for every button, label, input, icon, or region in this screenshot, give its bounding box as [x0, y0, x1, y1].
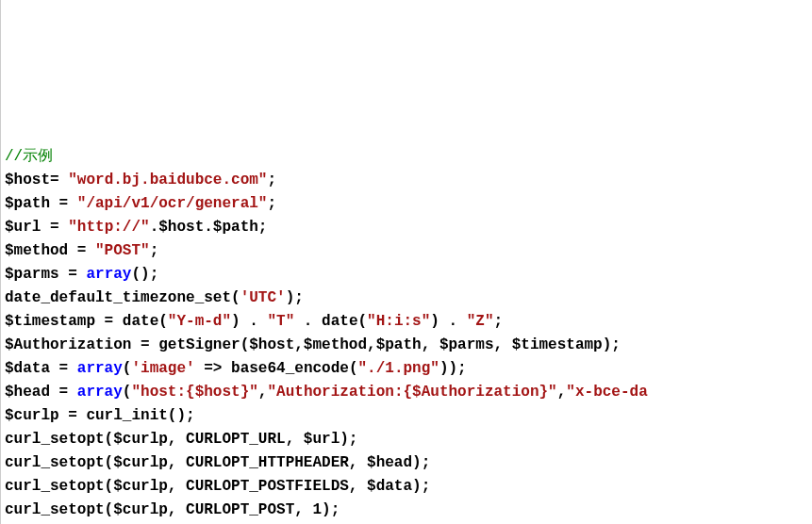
- code-token-default: (: [123, 384, 132, 401]
- code-token-default: ();: [131, 266, 158, 283]
- code-token-default: $parms =: [5, 266, 86, 283]
- code-line: $data = array('image' => base64_encode("…: [5, 357, 808, 381]
- code-token-string: 'image': [131, 360, 194, 377]
- code-token-keyword: array: [77, 360, 123, 377]
- code-token-string: "T": [267, 313, 294, 330]
- code-token-default: curl_setopt($curlp, CURLOPT_URL, $url);: [5, 431, 357, 448]
- code-token-default: ));: [439, 360, 467, 377]
- code-token-string: "http://": [68, 219, 149, 236]
- code-line: $parms = array();: [5, 263, 808, 287]
- code-token-string: 'UTC': [240, 289, 286, 306]
- code-token-default: => base64_encode(: [195, 360, 358, 377]
- code-line: $Authorization = getSigner($host,$method…: [5, 334, 808, 357]
- code-token-default: (: [123, 360, 132, 377]
- code-line: $curlp = curl_init();: [5, 404, 808, 428]
- code-token-default: $timestamp = date(: [5, 313, 168, 330]
- code-lines: //示例$host= "word.bj.baidubce.com";$path …: [5, 145, 808, 524]
- code-token-default: $url =: [5, 219, 68, 236]
- code-token-string: "host:{$host}": [131, 384, 257, 401]
- code-token-default: ,: [557, 384, 567, 401]
- code-token-default: ;: [267, 195, 276, 212]
- code-token-default: curl_setopt($curlp, CURLOPT_HTTPHEADER, …: [5, 454, 430, 471]
- code-token-string: "/api/v1/ocr/general": [77, 195, 268, 212]
- code-line: $timestamp = date("Y-m-d") . "T" . date(…: [5, 310, 808, 334]
- code-line: $url = "http://".$host.$path;: [5, 216, 808, 239]
- code-line: $path = "/api/v1/ocr/general";: [5, 192, 808, 216]
- code-token-default: ;: [150, 242, 159, 259]
- code-token-string: "x-bce-da: [566, 384, 647, 401]
- code-line: //示例: [5, 145, 808, 169]
- code-token-default: ;: [494, 313, 504, 330]
- code-line: date_default_timezone_set('UTC');: [5, 287, 808, 310]
- code-token-comment: //示例: [5, 148, 53, 165]
- code-token-string: "POST": [95, 242, 150, 259]
- code-token-string: "Y-m-d": [168, 313, 231, 330]
- code-token-string: "Authorization:{$Authorization}": [267, 384, 556, 401]
- code-token-string: "word.bj.baidubce.com": [68, 172, 267, 188]
- code-token-string: "Z": [467, 313, 494, 330]
- code-token-default: curl_setopt($curlp, CURLOPT_POSTFIELDS, …: [5, 478, 430, 495]
- code-line: $host= "word.bj.baidubce.com";: [5, 169, 808, 192]
- code-token-default: );: [286, 289, 304, 306]
- code-token-default: $curlp = curl_init();: [5, 407, 195, 424]
- code-token-default: .$host.$path;: [150, 219, 268, 236]
- code-block: //示例$host= "word.bj.baidubce.com";$path …: [5, 98, 808, 524]
- code-token-default: curl_setopt($curlp, CURLOPT_POST, 1);: [5, 501, 340, 518]
- code-token-default: date_default_timezone_set(: [5, 289, 240, 306]
- code-token-default: $host=: [5, 172, 68, 188]
- code-line: $head = array("host:{$host}","Authorizat…: [5, 381, 808, 404]
- code-token-default: $method =: [5, 242, 95, 259]
- code-token-default: $head =: [5, 384, 77, 401]
- code-token-string: "H:i:s": [367, 313, 430, 330]
- code-line: curl_setopt($curlp, CURLOPT_POST, 1);: [5, 499, 808, 522]
- code-token-string: "./1.png": [357, 360, 439, 377]
- code-token-default: . date(: [294, 313, 367, 330]
- code-token-default: ) .: [430, 313, 466, 330]
- code-token-keyword: array: [86, 266, 131, 283]
- code-line: curl_setopt($curlp, CURLOPT_POSTFIELDS, …: [5, 475, 808, 499]
- code-line: $method = "POST";: [5, 239, 808, 263]
- code-token-default: $Authorization = getSigner($host,$method…: [5, 336, 621, 353]
- code-token-default: $data =: [5, 360, 77, 377]
- code-token-default: ;: [267, 172, 276, 188]
- code-token-default: ) .: [231, 313, 267, 330]
- code-token-default: $path =: [5, 195, 77, 212]
- code-line: curl_setopt($curlp, CURLOPT_URL, $url);: [5, 428, 808, 451]
- code-token-keyword: array: [77, 384, 123, 401]
- code-line: curl_setopt($curlp, CURLOPT_HTTPHEADER, …: [5, 451, 808, 475]
